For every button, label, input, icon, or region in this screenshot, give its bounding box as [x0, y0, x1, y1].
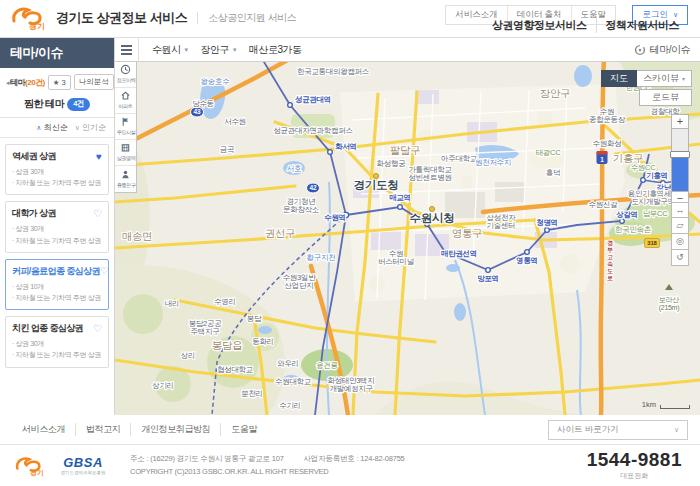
site-shortcut-select[interactable]: 사이트 바로가기 ∨ — [548, 420, 688, 440]
road-shield: 1 — [600, 156, 604, 163]
tool-store-history[interactable]: 점포이력 — [115, 62, 136, 88]
page: 경기 경기도 상권정보 서비스 소상공인지원 서비스 서비스소개데이터 출처도움… — [0, 0, 700, 486]
map-view-toggle: 지도 스카이뷰▾ — [601, 70, 692, 87]
map-label: 권선구 — [265, 227, 296, 239]
map-label: 융건릉 — [316, 361, 338, 370]
theme-card-title: 치킨 업종 중심상권 — [12, 322, 83, 335]
map-label: 아주대학교 — [441, 154, 477, 163]
map-label: 매탄권선역 — [441, 249, 477, 258]
copyright-text: COPYRIGHT (C)2013 GSBC.OR.KR. ALL RIGHT … — [130, 466, 405, 479]
skyview-button[interactable]: 스카이뷰▾ — [637, 70, 692, 87]
sidebar-title: 테마/이슈 — [0, 38, 114, 68]
distance-tool[interactable]: ↔ — [671, 202, 689, 218]
gbsa-wordmark: GBSA — [58, 456, 108, 469]
map-toolbar: 수원시▾ 장안구▾ 매산로3가동 테마/이슈 — [115, 38, 700, 62]
map-label: 태광CC — [536, 148, 562, 157]
theme-card-count: 상권 30개 — [12, 338, 102, 349]
map-section: 수원시▾ 장안구▾ 매산로3가동 테마/이슈 — [115, 38, 700, 415]
map-label: 성균관대역 — [295, 95, 331, 104]
map-label: 화서역 — [335, 142, 357, 151]
person-icon — [120, 169, 131, 180]
map-label: 망포역 — [477, 274, 499, 283]
tool-label: 점포이력 — [116, 77, 135, 85]
sidebar: 테마/이슈 ◂테마(20건) ★ 3 나의분석 찜한 테마4건 ∧ 최신순∨ 인… — [0, 38, 115, 415]
map-measure-tools: ↔▱◎↺ — [671, 202, 689, 266]
map-label: 영통구 — [452, 227, 483, 239]
theme-issue-button[interactable]: 테마/이슈 — [634, 43, 690, 57]
map-label: 수원신갈 — [589, 200, 619, 209]
theme-card[interactable]: 커피/음료업종 중심상권 ♡ 상권 10개 지하철 또는 기차역 주변 상권 — [5, 259, 109, 310]
footer-link[interactable]: 개인정보취급방침 — [130, 423, 220, 436]
zoom-slider-handle[interactable] — [670, 151, 690, 158]
title-divider — [197, 12, 198, 24]
region-select-gu[interactable]: 장안구▾ — [201, 43, 237, 57]
sort-latest[interactable]: ∧ 최신순 — [36, 123, 67, 132]
roadview-button[interactable]: 로드뷰 — [639, 89, 692, 106]
star-icon: ★ — [53, 78, 60, 87]
footer-links: 서비스소개법적고지개인정보취급방침도움말 사이트 바로가기 ∨ — [0, 415, 700, 445]
zoom-slider[interactable] — [671, 129, 689, 191]
theme-card-title: 역세권 상권 — [12, 150, 56, 163]
heart-icon[interactable]: ♡ — [93, 324, 102, 334]
favorites-row[interactable]: 찜한 테마4건 — [0, 95, 114, 117]
map-label: 가톨릭대학교성빈센트병원 — [408, 165, 451, 182]
caret-up-icon: ∧ — [36, 124, 41, 131]
map-label: 한국교통대의왕캠퍼스 — [297, 67, 369, 76]
phone-label: 대표전화 — [587, 471, 682, 481]
map-label: 분천리 — [241, 389, 263, 398]
reset-tool[interactable]: ↺ — [671, 250, 689, 266]
menu-icon[interactable] — [115, 38, 139, 62]
brand[interactable]: 경기 경기도 상권정보 서비스 소상공인지원 서비스 — [10, 4, 296, 32]
gbsa-subtitle: 경기도경제과학진흥원 — [61, 469, 106, 474]
map-canvas[interactable]: 14243318 한국교통대의왕캠퍼스왕송호수당수동서수원금곡성균관대역장안구수… — [115, 62, 700, 415]
radius-tool[interactable]: ◎ — [671, 234, 689, 250]
map-label: 수영리 — [214, 297, 236, 306]
theme-card-desc: 지하철 또는 기차역 주변 상권 — [12, 177, 102, 188]
theme-count[interactable]: ◂테마(20건) — [6, 77, 45, 88]
tool-apartment[interactable]: 아파트 — [115, 88, 136, 114]
theme-card[interactable]: 역세권 상권 ♥ 상권 30개 지하철 또는 기차역 주변 상권 — [5, 144, 109, 195]
map-label: 한국민속촌 — [615, 225, 651, 234]
global-nav-item[interactable]: 상권영향정보서비스 — [483, 18, 596, 33]
footer-link[interactable]: 도움말 — [220, 423, 267, 436]
map-view-button[interactable]: 지도 — [601, 70, 637, 87]
tool-facilities[interactable]: 주요시설 — [115, 114, 136, 140]
map-body: 14243318 한국교통대의왕캠퍼스왕송호수당수동서수원금곡성균관대역장안구수… — [115, 62, 700, 415]
clock-icon — [120, 64, 131, 75]
region-select-city[interactable]: 수원시▾ — [152, 43, 188, 57]
footer-link[interactable]: 서비스소개 — [12, 423, 75, 436]
favorite-count-button[interactable]: ★ 3 — [48, 75, 71, 90]
chevron-down-icon: ▾ — [233, 46, 236, 54]
sort-popular[interactable]: ∨ 인기순 — [75, 123, 106, 132]
theme-card[interactable]: 대학가 상권 ♡ 상권 30개 지하철 또는 기차역 주변 상권 — [5, 201, 109, 252]
svg-text:경기: 경기 — [29, 22, 45, 31]
my-analysis-button[interactable]: 나의분석 — [74, 74, 114, 90]
region-select-dong[interactable]: 매산로3가동 — [249, 43, 302, 57]
footer-link[interactable]: 법적고지 — [75, 423, 130, 436]
flag-icon — [120, 116, 131, 127]
map-label: 수원시청 — [410, 212, 455, 224]
zoom-slider-fill — [672, 155, 688, 191]
map-label: 성균관대자연과학캠퍼스 — [273, 126, 352, 135]
business-number: 사업자등록번호 : 124-82-08755 — [304, 454, 405, 463]
svg-text:경기: 경기 — [30, 469, 44, 477]
tool-trade-area[interactable]: 상권영역 — [115, 140, 136, 166]
zoom-in-button[interactable]: + — [671, 114, 689, 129]
building-icon — [120, 142, 131, 153]
tool-label: 아파트 — [118, 103, 132, 111]
road-shield: 43 — [193, 108, 201, 115]
area-tool[interactable]: ▱ — [671, 218, 689, 234]
heart-icon[interactable]: ♡ — [100, 266, 109, 276]
theme-card[interactable]: 치킨 업종 중심상권 ♡ 상권 30개 지하철 또는 기차역 주변 상권 — [5, 316, 109, 367]
map-label: 수원대학교 — [275, 377, 311, 386]
map-label: 삼성전자기술센터 — [487, 213, 517, 230]
map-label: 동화리 — [252, 337, 274, 346]
theme-card-count: 상권 30개 — [12, 223, 102, 234]
map-label: 화성태안3택지개발예정지구 — [327, 376, 374, 393]
heart-icon[interactable]: ♥ — [96, 152, 102, 162]
map-label: 수원역 — [324, 213, 346, 222]
tool-population[interactable]: 유동인구 — [115, 166, 136, 192]
heart-icon[interactable]: ♡ — [93, 209, 102, 219]
global-nav-item[interactable]: 정책지원서비스 — [596, 18, 689, 33]
theme-card-title: 대학가 상권 — [12, 207, 56, 220]
